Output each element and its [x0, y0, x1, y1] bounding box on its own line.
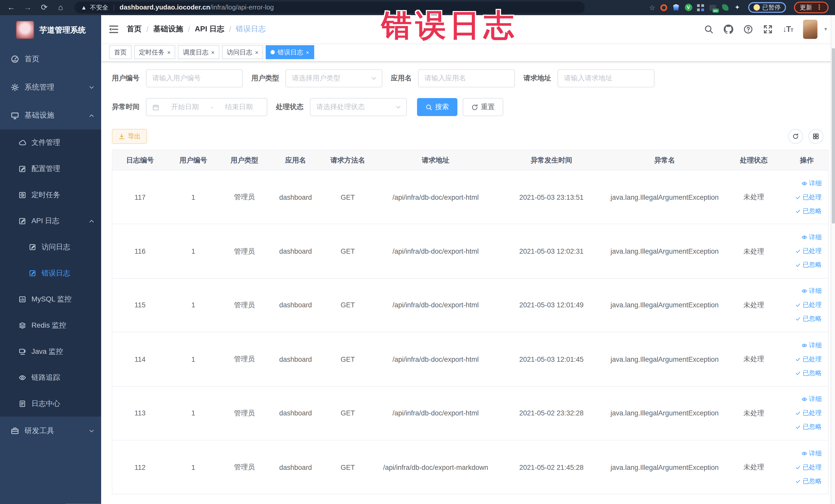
action-已处理[interactable]: 已处理: [795, 409, 822, 418]
close-icon[interactable]: ×: [255, 49, 258, 56]
extensions-pin-icon[interactable]: ✦: [734, 4, 741, 11]
sidebar-item-基础设施[interactable]: 基础设施: [0, 101, 101, 129]
sidebar-item-Java-监控[interactable]: Java 监控: [0, 338, 101, 364]
close-icon[interactable]: ×: [167, 49, 170, 56]
action-已处理[interactable]: 已处理: [795, 301, 822, 310]
date-end-placeholder[interactable]: 结束日期: [217, 102, 261, 112]
input-placeholder: 请选择用户类型: [292, 74, 340, 83]
avatar-caret-icon[interactable]: ▾: [824, 26, 827, 32]
action-已忽略[interactable]: 已忽略: [795, 206, 822, 216]
action-详细[interactable]: 详细: [801, 449, 822, 458]
sidebar-item-错误日志[interactable]: 错误日志: [0, 260, 101, 286]
sidebar-item-API-日志[interactable]: API 日志: [0, 208, 101, 234]
sidebar-item-定时任务[interactable]: 定时任务: [0, 182, 101, 208]
cloud-icon: [19, 139, 26, 146]
action-已忽略[interactable]: 已忽略: [795, 368, 822, 378]
home-icon[interactable]: ⌂: [56, 0, 65, 15]
hamburger-icon[interactable]: [109, 25, 118, 33]
search-button[interactable]: 搜索: [417, 98, 457, 116]
url-domain[interactable]: dashboard.yudao.iocoder.cn: [120, 4, 210, 11]
app-logo-row[interactable]: 芋道管理系统: [0, 15, 101, 45]
url-path[interactable]: /infra/log/api-error-log: [210, 4, 274, 11]
action-已处理[interactable]: 已处理: [795, 463, 822, 472]
breadcrumb-item[interactable]: 首页: [127, 24, 142, 34]
sidebar-item-日志中心[interactable]: 日志中心: [0, 390, 101, 417]
breadcrumb-item[interactable]: API 日志: [195, 24, 224, 34]
sidebar-item-文件管理[interactable]: 文件管理: [0, 129, 101, 156]
filter-input[interactable]: 请输入应用名: [418, 69, 515, 87]
action-已忽略[interactable]: 已忽略: [795, 423, 822, 431]
cell-异常发生时间: 2021-05-03 12:01:45: [497, 332, 606, 386]
extension-grid-icon[interactable]: [697, 4, 704, 11]
extension-leaf-icon[interactable]: [721, 4, 729, 11]
export-button[interactable]: 导出: [112, 129, 147, 144]
action-已处理[interactable]: 已处理: [795, 247, 822, 256]
tab-访问日志[interactable]: 访问日志×: [222, 45, 263, 59]
process-status-select[interactable]: 请选择处理状态: [310, 98, 407, 116]
sidebar-item-配置管理[interactable]: 配置管理: [0, 156, 101, 182]
sidebar-item-系统管理[interactable]: 系统管理: [0, 73, 101, 101]
github-icon[interactable]: [724, 24, 733, 34]
filter-input[interactable]: 请输入请求地址: [557, 69, 655, 87]
tab-定时任务[interactable]: 定时任务×: [134, 45, 176, 59]
back-icon[interactable]: ←: [6, 0, 16, 15]
bookmark-star-icon[interactable]: ☆: [649, 3, 655, 11]
sidebar-item-访问日志[interactable]: 访问日志: [0, 234, 101, 260]
sidebar-item-MySQL-监控[interactable]: MySQL 监控: [0, 286, 101, 312]
column-settings-button[interactable]: [808, 129, 823, 144]
check-icon: [795, 316, 801, 322]
page-scrollbar[interactable]: [831, 15, 835, 504]
filter-select[interactable]: 请选择用户类型: [285, 69, 383, 87]
reset-button[interactable]: 重置: [463, 98, 503, 116]
action-已忽略[interactable]: 已忽略: [795, 261, 822, 269]
sidebar-item-链路追踪[interactable]: 链路追踪: [0, 364, 101, 390]
action-详细[interactable]: 详细: [801, 179, 822, 188]
action-详细[interactable]: 详细: [801, 395, 822, 404]
date-start-placeholder[interactable]: 开始日期: [163, 102, 207, 112]
extension-v-icon[interactable]: V: [685, 4, 692, 11]
docs-help-icon[interactable]: [744, 24, 753, 34]
tab-调度日志[interactable]: 调度日志×: [178, 45, 220, 59]
refresh-table-button[interactable]: [788, 129, 803, 144]
filter-用户编号: 用户编号请输入用户编号: [112, 69, 243, 87]
sidebar-item-研发工具[interactable]: 研发工具: [0, 417, 101, 445]
action-详细[interactable]: 详细: [801, 341, 822, 350]
security-label[interactable]: 不安全: [90, 3, 108, 11]
filter-input[interactable]: 请输入用户编号: [146, 69, 243, 87]
action-详细[interactable]: 详细: [801, 287, 822, 296]
extension-shield-icon[interactable]: [672, 4, 680, 11]
tab-错误日志[interactable]: 错误日志×: [266, 45, 314, 59]
action-已忽略[interactable]: 已忽略: [795, 477, 822, 485]
cell-请求地址: /api/infra/db-doc/export-markdown: [374, 441, 497, 494]
sidebar-item-首页[interactable]: 首页: [0, 45, 101, 73]
sidebar-item-Redis-监控[interactable]: Redis 监控: [0, 312, 101, 338]
reload-icon[interactable]: ⟳: [40, 0, 49, 15]
close-icon[interactable]: ×: [211, 49, 214, 56]
breadcrumb-item[interactable]: 基础设施: [153, 24, 183, 34]
filter-应用名: 应用名请输入应用名: [391, 69, 515, 87]
action-已忽略[interactable]: 已忽略: [795, 315, 822, 323]
tab-首页[interactable]: 首页: [109, 45, 131, 59]
menu-dots-icon[interactable]: ⋮: [816, 5, 823, 10]
action-label: 已处理: [802, 463, 822, 472]
sidebar-item-label: 文件管理: [31, 138, 95, 147]
table-row: 1131管理员dashboardGET/api/infra/db-doc/exp…: [113, 386, 828, 440]
action-详细[interactable]: 详细: [801, 233, 822, 242]
scrollbar-thumb[interactable]: [832, 48, 835, 224]
profile-paused-badge[interactable]: 已暂停: [748, 2, 786, 13]
table-row: 1171管理员dashboardGET/api/infra/db-doc/exp…: [113, 170, 828, 224]
forward-icon[interactable]: →: [23, 0, 32, 15]
font-size-icon[interactable]: ↓TT: [782, 24, 793, 33]
user-avatar[interactable]: [803, 20, 817, 39]
sidebar-item-label: 日志中心: [31, 399, 95, 408]
action-已处理[interactable]: 已处理: [795, 193, 822, 202]
extension-orange-icon[interactable]: [660, 4, 667, 11]
search-icon[interactable]: [704, 24, 713, 34]
chrome-update-button[interactable]: 更新 ⋮: [794, 2, 829, 13]
table-row: 1141管理员dashboardGET/api/infra/db-doc/exp…: [113, 332, 828, 386]
date-range-input[interactable]: 开始日期 - 结束日期: [146, 98, 267, 116]
fullscreen-icon[interactable]: [763, 24, 773, 34]
close-icon[interactable]: ×: [306, 49, 309, 56]
extension-on-icon[interactable]: [709, 4, 716, 11]
action-已处理[interactable]: 已处理: [795, 355, 822, 364]
